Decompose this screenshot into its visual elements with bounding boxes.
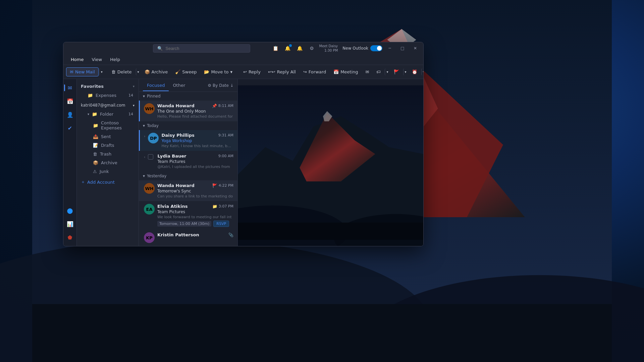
settings-btn[interactable]: ⚙️ (307, 44, 317, 53)
flag-btn[interactable]: 🚩 (390, 68, 402, 76)
meet-daisy-label: Meet Daisy 1:30 PM (319, 44, 338, 53)
expand-icon-daisy: › (144, 134, 145, 148)
email-item-daisy[interactable]: › DP Daisy Phillips 9:31 AM Yoga Worksho… (139, 130, 237, 151)
new-mail-icon: ✉ (70, 69, 73, 74)
sidebar-icon-edge[interactable]: ⬟ (64, 231, 76, 243)
sidebar-icons: ✉ 📅 👤 ✔ ⬤ 📊 ⬟ (63, 79, 77, 246)
favorites-header[interactable]: Favorites ▾ (77, 82, 139, 91)
archive-icon: 📦 (145, 69, 150, 74)
menu-home[interactable]: Home (67, 56, 87, 63)
nav-item-sent[interactable]: 📤 Sent (78, 132, 137, 141)
sidebar-icon-excel[interactable]: 📊 (64, 218, 76, 230)
checkbox-lydia[interactable] (148, 154, 153, 160)
sender-elvia: Elvia Atikins (157, 204, 187, 209)
account-collapse-icon: ▾ (133, 104, 135, 107)
pinned-section-header[interactable]: ▾ Pinned (139, 92, 237, 101)
tab-focused[interactable]: Focused (143, 80, 169, 91)
avatar-daisy: DP (148, 133, 159, 143)
account-section: katri0487@gmail.com ▾ ▾ 📁 Folder 14 📁 Co… (77, 101, 139, 176)
delete-dropdown[interactable]: ▾ (136, 68, 141, 75)
yesterday-section-header[interactable]: ▾ Yesterday (139, 172, 237, 180)
rsvp-banner: Tomorrow, 11:00 AM (30m) RSVP (157, 221, 233, 227)
archive-btn[interactable]: 📦 Archive (141, 68, 171, 76)
new-outlook-switch[interactable] (370, 45, 382, 51)
tag-dropdown[interactable]: ▾ (385, 68, 389, 75)
sender-wanda-2: Wanda Howard (157, 183, 195, 188)
move-to-btn[interactable]: 📂 Move to ▾ (201, 68, 236, 76)
rsvp-btn[interactable]: RSVP (213, 221, 229, 227)
reading-pane (238, 79, 423, 246)
search-icon: 🔍 (157, 46, 163, 51)
email-item-elvia[interactable]: EA Elvia Atikins 📁 3:07 PM Team Pictures… (139, 201, 237, 230)
nav-item-folder[interactable]: ▾ 📁 Folder 14 (78, 110, 137, 118)
menu-view[interactable]: View (88, 56, 105, 63)
email-item-lydia[interactable]: › Lydia Bauer 9:00 AM Team Pictures @Kat… (139, 151, 237, 172)
sort-btn[interactable]: ⚙ By Date ↓ (208, 83, 233, 88)
menu-help[interactable]: Help (107, 56, 123, 63)
nav-item-drafts[interactable]: 📝 Drafts (78, 141, 137, 149)
account-header[interactable]: katri0487@gmail.com ▾ (77, 101, 139, 110)
attachment-icon-kristin: 📎 (228, 233, 233, 237)
svg-rect-8 (32, 304, 612, 362)
folder-icon: 📁 (92, 112, 97, 117)
email-tabs: Focused Other ⚙ By Date ↓ (139, 79, 237, 92)
flag-dropdown[interactable]: ▾ (403, 68, 408, 75)
forward-btn[interactable]: ↪ Forward (300, 68, 329, 76)
email-item-wanda-sync[interactable]: WH Wanda Howard 🚩 4:22 PM Tomorrow's Syn… (139, 180, 237, 201)
nav-panel: Favorites ▾ 📁 Expenses 14 katri0487@gmai… (77, 79, 139, 246)
avatar-elvia: EA (144, 204, 155, 215)
snooze-dropdown[interactable]: ▾ (421, 68, 424, 75)
alerts-btn[interactable]: 🔔 (294, 44, 305, 53)
tab-other[interactable]: Other (169, 80, 189, 91)
email-item-kristin[interactable]: KP Kristin Patterson 📎 (139, 230, 237, 246)
nav-item-junk[interactable]: ⚠ Junk (78, 167, 137, 176)
search-input[interactable] (165, 46, 246, 51)
outlook-window: 🔍 📋 🔔 🔔 ⚙️ Meet Daisy 1:30 PM New Outloo… (63, 42, 424, 246)
sort-icon: ⚙ (208, 83, 211, 88)
nav-item-archive[interactable]: 📦 Archive (78, 159, 137, 167)
snooze-btn[interactable]: ⏰ (409, 68, 421, 76)
new-outlook-toggle[interactable]: New Outlook (342, 45, 382, 51)
sent-icon: 📤 (93, 134, 98, 139)
meeting-icon: 📅 (333, 69, 339, 74)
add-account-btn[interactable]: ＋ Add Account (77, 177, 139, 187)
tag-btn[interactable]: 🏷 (373, 68, 384, 76)
email-list-panel: Focused Other ⚙ By Date ↓ ▾ Pinned (139, 79, 238, 246)
sweep-btn[interactable]: 🧹 Sweep (172, 68, 200, 76)
nav-item-contoso[interactable]: 📁 Contoso Expenses (78, 119, 137, 132)
minimize-btn[interactable]: ─ (384, 44, 395, 53)
nav-item-trash[interactable]: 🗑 Trash (78, 150, 137, 158)
drafts-icon: 📝 (93, 143, 98, 148)
new-mail-dropdown[interactable]: ▾ (99, 68, 104, 75)
sidebar-icon-outlook[interactable]: ⬤ (64, 204, 76, 217)
mail-icon-btn[interactable]: ✉ (362, 68, 373, 76)
sidebar-icon-tasks[interactable]: ✔ (64, 122, 76, 134)
archive-nav-icon: 📦 (93, 160, 98, 165)
sticky-notes-btn[interactable]: 📋 (270, 44, 281, 53)
sort-direction-icon: ↓ (230, 83, 233, 88)
email-item-wanda-pinned[interactable]: WH Wanda Howard 📌 8:11 AM (139, 101, 237, 121)
sidebar-icon-calendar[interactable]: 📅 (64, 95, 76, 107)
folder-icon-elvia: 📁 (212, 204, 217, 209)
reply-btn[interactable]: ↩ Reply (240, 68, 264, 76)
sidebar-icon-people[interactable]: 👤 (64, 109, 76, 121)
contoso-icon: 📁 (93, 123, 98, 128)
rsvp-time: Tomorrow, 11:00 AM (30m) (157, 221, 211, 227)
today-section-header[interactable]: ▾ Today (139, 121, 237, 130)
meeting-btn[interactable]: 📅 Meeting (330, 68, 361, 76)
sidebar-icon-mail[interactable]: ✉ (64, 82, 76, 94)
new-mail-btn[interactable]: ✉ New Mail (66, 67, 99, 76)
search-bar[interactable]: 🔍 (153, 44, 250, 53)
close-btn[interactable]: ✕ (410, 44, 421, 53)
add-account-icon: ＋ (81, 179, 85, 185)
notifications-btn[interactable]: 🔔 (282, 44, 293, 53)
toolbar: ✉ New Mail ▾ 🗑 Delete ▾ 📦 Archive 🧹 Swee… (63, 65, 423, 79)
maximize-btn[interactable]: □ (397, 44, 408, 53)
yesterday-collapse-icon: ▾ (143, 174, 145, 178)
delete-btn[interactable]: 🗑 Delete (108, 68, 135, 76)
reply-all-btn[interactable]: ↩↩ Reply All (265, 68, 299, 76)
avatar-kristin: KP (144, 232, 155, 243)
reply-icon: ↩ (243, 69, 247, 74)
nav-item-expenses[interactable]: 📁 Expenses 14 (78, 91, 137, 100)
avatar-wanda-2: WH (144, 183, 155, 194)
